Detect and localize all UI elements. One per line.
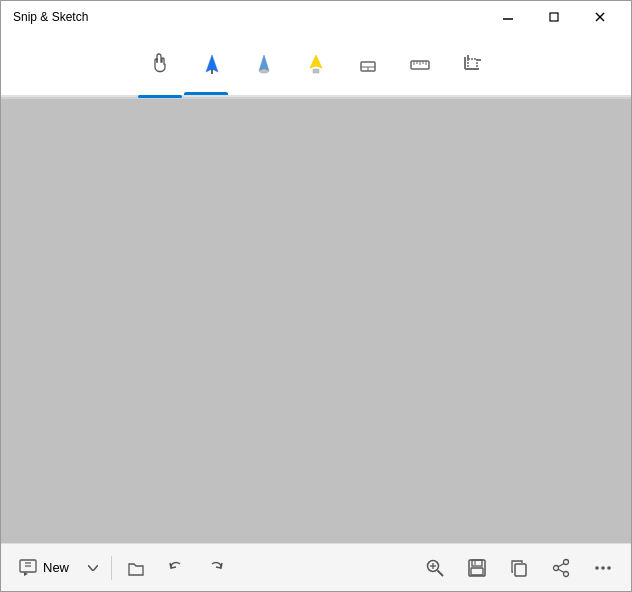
save-button[interactable] <box>457 550 497 586</box>
highlighter-button[interactable] <box>294 42 338 86</box>
undo-icon <box>167 559 185 577</box>
bottom-right-actions <box>415 550 623 586</box>
separator <box>111 556 112 580</box>
share-icon <box>551 558 571 578</box>
toolbar <box>1 33 631 97</box>
svg-point-42 <box>601 566 605 570</box>
minimize-button[interactable] <box>485 1 531 33</box>
open-icon <box>127 559 145 577</box>
window-controls <box>485 1 623 33</box>
maximize-button[interactable] <box>531 1 577 33</box>
ruler-button[interactable] <box>398 42 442 86</box>
zoom-button[interactable] <box>415 550 455 586</box>
save-icon <box>467 558 487 578</box>
ballpoint-pen-button[interactable] <box>190 42 234 86</box>
svg-marker-6 <box>259 55 269 71</box>
chevron-down-icon <box>88 565 98 571</box>
app-title: Snip & Sketch <box>13 10 88 24</box>
pencil-button[interactable] <box>242 42 286 86</box>
crop-button[interactable] <box>450 42 494 86</box>
share-button[interactable] <box>541 550 581 586</box>
active-tool-indicator <box>184 92 228 95</box>
title-bar: Snip & Sketch <box>1 1 631 33</box>
svg-point-41 <box>595 566 599 570</box>
svg-rect-33 <box>471 568 483 575</box>
new-button[interactable]: New <box>9 553 79 583</box>
copy-button[interactable] <box>499 550 539 586</box>
touch-writing-button[interactable] <box>138 42 182 86</box>
svg-rect-32 <box>472 560 482 566</box>
close-button[interactable] <box>577 1 623 33</box>
svg-line-28 <box>438 570 444 576</box>
zoom-icon <box>425 558 445 578</box>
canvas-area[interactable] <box>1 99 631 543</box>
svg-rect-23 <box>468 59 477 69</box>
svg-line-39 <box>558 563 564 566</box>
redo-icon <box>207 559 225 577</box>
new-label: New <box>43 560 69 575</box>
redo-button[interactable] <box>196 550 236 586</box>
new-dropdown-button[interactable] <box>79 552 107 584</box>
bottom-left-actions: New <box>9 550 236 586</box>
svg-point-43 <box>607 566 611 570</box>
new-snip-icon <box>19 559 37 577</box>
svg-rect-35 <box>515 564 526 576</box>
undo-button[interactable] <box>156 550 196 586</box>
svg-marker-8 <box>310 55 322 68</box>
svg-rect-9 <box>313 69 319 73</box>
eraser-button[interactable] <box>346 42 390 86</box>
svg-rect-1 <box>550 13 558 21</box>
copy-icon <box>509 558 529 578</box>
bottom-bar: New <box>1 543 631 591</box>
svg-point-37 <box>564 571 569 576</box>
more-icon <box>593 558 613 578</box>
more-button[interactable] <box>583 550 623 586</box>
svg-line-40 <box>558 569 564 572</box>
svg-point-38 <box>554 565 559 570</box>
open-button[interactable] <box>116 550 156 586</box>
svg-point-36 <box>564 559 569 564</box>
